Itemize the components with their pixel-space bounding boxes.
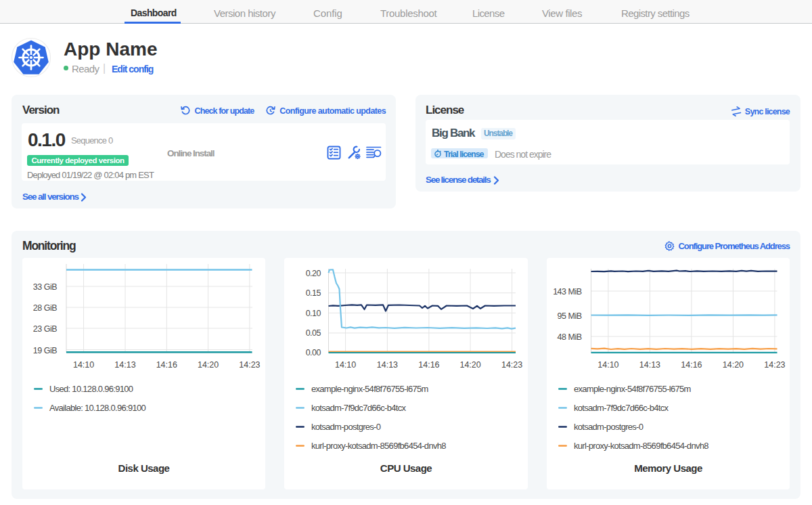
svg-text:0.15: 0.15 bbox=[306, 288, 321, 298]
svg-text:14:13: 14:13 bbox=[639, 360, 660, 370]
svg-text:kotsadm-postgres-0: kotsadm-postgres-0 bbox=[574, 422, 644, 432]
svg-text:kurl-proxy-kotsadm-8569fb6454-: kurl-proxy-kotsadm-8569fb6454-dnvh8 bbox=[574, 441, 708, 451]
svg-text:14:23: 14:23 bbox=[501, 360, 522, 370]
svg-text:143 MiB: 143 MiB bbox=[553, 287, 582, 297]
svg-text:33 GiB: 33 GiB bbox=[33, 282, 57, 292]
svg-text:kurl-proxy-kotsadm-8569fb6454-: kurl-proxy-kotsadm-8569fb6454-dnvh8 bbox=[311, 441, 446, 451]
svg-text:14:23: 14:23 bbox=[764, 360, 785, 370]
svg-text:14:16: 14:16 bbox=[418, 360, 439, 370]
svg-text:14:16: 14:16 bbox=[681, 360, 702, 370]
svg-text:14:13: 14:13 bbox=[114, 360, 135, 370]
svg-text:14:23: 14:23 bbox=[239, 360, 260, 370]
svg-text:95 MiB: 95 MiB bbox=[558, 311, 582, 321]
svg-text:14:10: 14:10 bbox=[597, 360, 618, 370]
svg-text:48 MiB: 48 MiB bbox=[558, 332, 582, 342]
svg-text:CPU Usage: CPU Usage bbox=[380, 462, 432, 474]
svg-text:Used: 10.128.0.96:9100: Used: 10.128.0.96:9100 bbox=[49, 384, 133, 394]
svg-text:23 GiB: 23 GiB bbox=[33, 324, 57, 334]
svg-text:Available: 10.128.0.96:9100: Available: 10.128.0.96:9100 bbox=[49, 403, 146, 413]
svg-text:kotsadm-7f9dc7d66c-b4tcx: kotsadm-7f9dc7d66c-b4tcx bbox=[574, 403, 669, 413]
svg-text:14:20: 14:20 bbox=[198, 360, 219, 370]
svg-text:14:20: 14:20 bbox=[723, 360, 744, 370]
svg-text:14:10: 14:10 bbox=[73, 360, 94, 370]
svg-text:0.10: 0.10 bbox=[306, 309, 321, 318]
svg-text:19 GiB: 19 GiB bbox=[33, 346, 57, 355]
svg-text:kotsadm-7f9dc7d66c-b4tcx: kotsadm-7f9dc7d66c-b4tcx bbox=[311, 403, 406, 413]
svg-text:0.20: 0.20 bbox=[306, 269, 321, 278]
svg-text:28 GiB: 28 GiB bbox=[33, 303, 57, 313]
svg-text:example-nginx-54f8f76755-l675m: example-nginx-54f8f76755-l675m bbox=[574, 384, 691, 394]
svg-text:14:13: 14:13 bbox=[377, 360, 398, 370]
svg-text:kotsadm-postgres-0: kotsadm-postgres-0 bbox=[311, 422, 381, 432]
svg-text:14:20: 14:20 bbox=[459, 360, 480, 370]
svg-text:14:10: 14:10 bbox=[335, 360, 356, 370]
svg-text:Disk Usage: Disk Usage bbox=[118, 462, 170, 474]
svg-text:0.05: 0.05 bbox=[306, 328, 321, 338]
svg-text:14:16: 14:16 bbox=[156, 360, 177, 370]
svg-text:Memory Usage: Memory Usage bbox=[634, 462, 702, 474]
svg-text:example-nginx-54f8f76755-l675m: example-nginx-54f8f76755-l675m bbox=[311, 384, 428, 394]
svg-text:0.00: 0.00 bbox=[306, 348, 321, 357]
